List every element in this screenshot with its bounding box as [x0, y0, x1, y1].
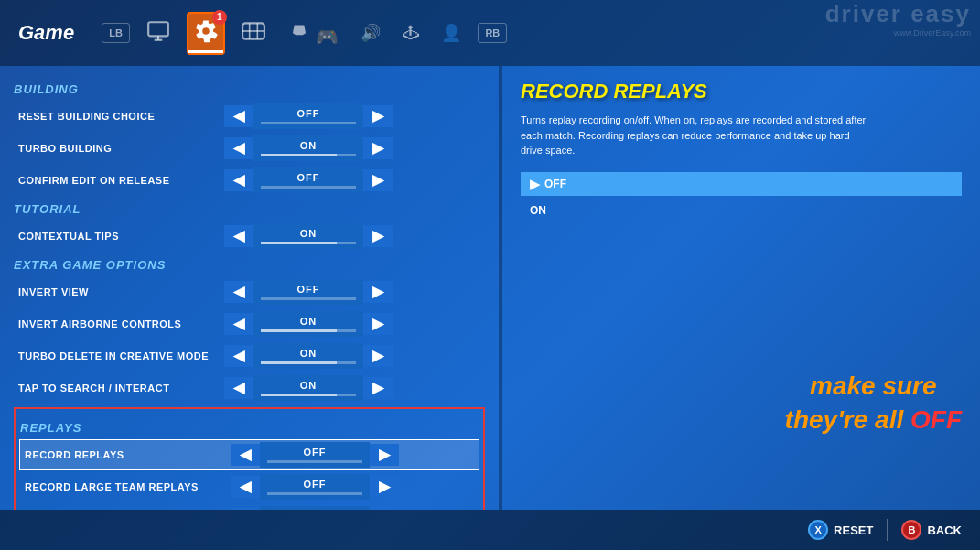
replays-wrapper: REPLAYS RECORD REPLAYS ◀ OFF ▶ RECORD LA…	[14, 407, 485, 510]
extra-title: EXTRA GAME OPTIONS	[14, 258, 485, 272]
confirm-edit-left[interactable]: ◀	[224, 169, 253, 191]
nav-rb[interactable]: RB	[478, 23, 507, 43]
record-large-slider	[267, 492, 362, 495]
tap-search-left[interactable]: ◀	[224, 377, 253, 399]
reset-building-control: ◀ OFF ▶	[224, 103, 485, 129]
setting-record-large: RECORD LARGE TEAM REPLAYS ◀ OFF ▶	[20, 472, 479, 501]
record-large-value-box: OFF	[260, 474, 370, 500]
tap-search-value: ON	[300, 380, 318, 391]
record-replays-control: ◀ OFF ▶	[231, 442, 479, 468]
invert-view-value: OFF	[297, 284, 320, 295]
detail-description: Turns replay recording on/off. When on, …	[521, 113, 868, 158]
page-title: Game	[18, 21, 74, 45]
invert-view-control: ◀ OFF ▶	[224, 279, 485, 305]
turbo-delete-right[interactable]: ▶	[363, 345, 393, 367]
setting-confirm-edit: CONFIRM EDIT ON RELEASE ◀ OFF ▶	[14, 166, 485, 195]
nav-controller2[interactable]: 🕹	[397, 18, 425, 49]
nav-person[interactable]: 👤	[436, 17, 467, 49]
reset-building-value-box: OFF	[253, 103, 363, 129]
turbo-building-right[interactable]: ▶	[363, 137, 393, 159]
replays-title: REPLAYS	[20, 421, 479, 435]
tap-search-slider	[261, 394, 356, 396]
tap-search-label: TAP TO SEARCH / INTERACT	[14, 383, 224, 394]
invert-airborne-label: INVERT AIRBORNE CONTROLS	[14, 318, 224, 329]
contextual-tips-control: ◀ ON ▶	[224, 223, 485, 249]
record-replays-value: OFF	[304, 447, 327, 458]
record-replays-slider	[267, 460, 362, 463]
detail-option-on[interactable]: ON	[521, 200, 962, 221]
setting-contextual-tips: CONTEXTUAL TIPS ◀ ON ▶	[14, 221, 485, 251]
svg-rect-0	[148, 22, 168, 36]
tap-search-control: ◀ ON ▶	[224, 375, 485, 401]
back-label: BACK	[927, 523, 962, 537]
option-off-label: OFF	[544, 178, 566, 190]
building-title: BUILDING	[14, 82, 485, 96]
nav-settings[interactable]: 1	[187, 12, 225, 55]
theyre-all-label: they're all	[785, 405, 910, 434]
watermark: driver easy www.DriverEasy.com	[825, 0, 971, 38]
reset-building-right[interactable]: ▶	[363, 105, 393, 127]
building-section: BUILDING RESET BUILDING CHOICE ◀ OFF ▶ T…	[14, 82, 485, 195]
nav-speaker[interactable]: 🔊	[355, 17, 386, 49]
turbo-building-slider	[261, 154, 356, 156]
annotation-text: make sure they're all OFF	[785, 370, 962, 437]
nav-lb[interactable]: LB	[102, 23, 130, 43]
nav-controller-alt[interactable]	[236, 14, 271, 53]
reset-building-left[interactable]: ◀	[224, 105, 253, 127]
record-replays-left[interactable]: ◀	[231, 444, 260, 466]
record-replays-right[interactable]: ▶	[370, 444, 399, 466]
turbo-building-left[interactable]: ◀	[224, 137, 253, 159]
turbo-building-value-box: ON	[253, 135, 363, 161]
invert-view-left[interactable]: ◀	[224, 281, 253, 303]
tap-search-right[interactable]: ▶	[363, 377, 393, 399]
detail-title: RECORD REPLAYS	[521, 80, 962, 103]
turbo-delete-left[interactable]: ◀	[224, 345, 253, 367]
record-large-control: ◀ OFF ▶	[231, 474, 479, 500]
confirm-edit-right[interactable]: ▶	[363, 169, 393, 191]
record-large-value: OFF	[304, 479, 327, 490]
confirm-edit-slider	[261, 186, 356, 189]
record-large-right[interactable]: ▶	[370, 476, 399, 498]
active-underline	[188, 50, 223, 53]
reset-building-value: OFF	[297, 108, 320, 119]
reset-building-label: RESET BUILDING CHOICE	[14, 111, 224, 122]
invert-airborne-value: ON	[300, 316, 318, 327]
x-circle: X	[808, 520, 828, 540]
record-replays-value-box: OFF	[260, 442, 370, 468]
option-on-label: ON	[530, 204, 546, 217]
detail-option-off[interactable]: ▶ OFF	[521, 172, 962, 196]
turbo-delete-label: TURBO DELETE IN CREATIVE MODE	[14, 350, 224, 361]
bottom-bar: X RESET B BACK	[0, 510, 980, 550]
invert-airborne-value-box: ON	[253, 311, 363, 337]
invert-airborne-right[interactable]: ▶	[363, 313, 393, 335]
nav-monitor[interactable]	[141, 14, 176, 53]
back-button[interactable]: B BACK	[901, 520, 962, 540]
right-panel: RECORD REPLAYS Turns replay recording on…	[502, 66, 980, 510]
nav-gamepad[interactable]: 🎮	[282, 14, 345, 53]
turbo-building-label: TURBO BUILDING	[14, 143, 224, 154]
contextual-tips-value-box: ON	[253, 223, 363, 249]
turbo-building-value: ON	[300, 140, 318, 151]
invert-airborne-slider	[261, 329, 356, 332]
invert-view-right[interactable]: ▶	[363, 281, 393, 303]
setting-record-replays: RECORD REPLAYS ◀ OFF ▶	[20, 440, 479, 469]
confirm-edit-label: CONFIRM EDIT ON RELEASE	[14, 175, 224, 186]
record-large-left[interactable]: ◀	[231, 476, 260, 498]
setting-invert-airborne: INVERT AIRBORNE CONTROLS ◀ ON ▶	[14, 309, 485, 339]
settings-badge: 1	[212, 10, 227, 25]
contextual-tips-value: ON	[300, 228, 318, 239]
setting-turbo-delete: TURBO DELETE IN CREATIVE MODE ◀ ON ▶	[14, 341, 485, 371]
record-replays-label: RECORD REPLAYS	[20, 449, 231, 460]
invert-airborne-left[interactable]: ◀	[224, 313, 253, 335]
turbo-building-control: ◀ ON ▶	[224, 135, 485, 161]
contextual-tips-left[interactable]: ◀	[224, 225, 253, 247]
b-circle: B	[901, 520, 921, 540]
setting-turbo-building: TURBO BUILDING ◀ ON ▶	[14, 134, 485, 163]
bottom-divider	[887, 519, 888, 541]
confirm-edit-value-box: OFF	[253, 167, 363, 193]
reset-button[interactable]: X RESET	[808, 520, 873, 540]
setting-tap-search: TAP TO SEARCH / INTERACT ◀ ON ▶	[14, 373, 485, 403]
record-large-label: RECORD LARGE TEAM REPLAYS	[20, 481, 231, 492]
contextual-tips-right[interactable]: ▶	[363, 225, 393, 247]
top-navigation: Game LB 1	[0, 0, 980, 66]
